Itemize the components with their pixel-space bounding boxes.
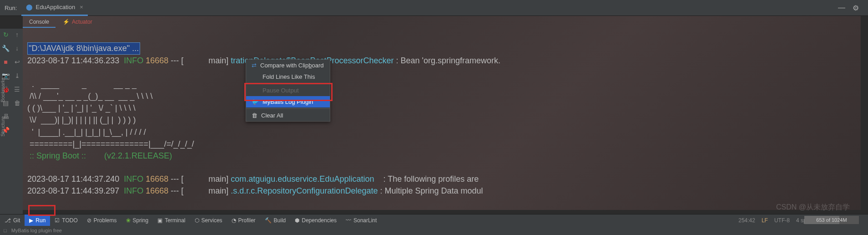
cursor-position: 254:42	[738, 217, 755, 224]
build-icon: 🔨	[265, 217, 272, 224]
app-icon: ⬤	[26, 4, 33, 10]
ctx-fold-lines[interactable]: Fold Lines Like This	[246, 71, 330, 82]
deps-icon: ⬢	[295, 217, 299, 224]
sidebar-structure[interactable]: Structure	[0, 116, 7, 137]
minimize-icon[interactable]: —	[838, 4, 845, 12]
sonar-icon: 〰	[346, 217, 351, 224]
rerun-icon[interactable]: ↻	[2, 31, 10, 38]
ctx-clear-all[interactable]: 🗑Clear All	[246, 110, 330, 121]
wrench-icon[interactable]: 🔧	[2, 45, 10, 52]
stop-icon[interactable]: ■	[2, 58, 10, 66]
mybatis-icon: 🐦	[252, 98, 259, 105]
gear-icon[interactable]: ⚙	[853, 4, 859, 12]
run-panel-label: Run:	[0, 5, 21, 11]
close-tab-icon[interactable]: ×	[80, 4, 83, 10]
status-message: MyBatis log plugin free	[11, 228, 62, 233]
tool-sonarlint[interactable]: 〰SonarLint	[341, 215, 381, 226]
tool-todo[interactable]: ☑TODO	[50, 215, 82, 226]
up-icon[interactable]: ↑	[14, 31, 21, 38]
file-encoding[interactable]: UTF-8	[774, 217, 790, 224]
tool-terminal[interactable]: ▣Terminal	[153, 215, 190, 226]
actuator-icon: ⚡	[63, 19, 70, 25]
ctx-separator	[246, 83, 330, 84]
scroll-end-icon[interactable]: ⤓	[14, 72, 21, 79]
spring-icon: ❀	[126, 217, 131, 224]
filter-icon[interactable]: ☰	[14, 86, 21, 93]
spring-boot-version: :: Spring Boot :: (v2.2.1.RELEASE)	[27, 151, 172, 160]
tool-dependencies[interactable]: ⬢Dependencies	[290, 215, 341, 226]
tool-git[interactable]: ⎇Git	[0, 215, 25, 226]
git-icon: ⎇	[5, 217, 11, 224]
line-separator[interactable]: LF	[762, 217, 768, 224]
ctx-pause-output[interactable]: Pause Output	[246, 85, 330, 96]
tool-profiler[interactable]: ◔Profiler	[227, 215, 260, 226]
soft-wrap-icon[interactable]: ↩	[14, 58, 21, 66]
context-menu: ⇄Compare with Clipboard Fold Lines Like …	[246, 59, 330, 122]
down-icon[interactable]: ↓	[14, 45, 21, 52]
tool-problems[interactable]: ⊘Problems	[82, 215, 121, 226]
trash-icon[interactable]: 🗑	[14, 99, 21, 107]
ctx-mybatis-log-plugin[interactable]: 🐦MyBatis Log Plugin	[246, 96, 330, 107]
memory-indicator[interactable]: 653 of 1024M	[804, 216, 859, 224]
trash-icon: 🗑	[252, 112, 257, 119]
spring-banner: . ____ _ __ _ _ /\\ / ___'_ __ _ _(_)_ _…	[27, 80, 194, 148]
services-icon: ⬡	[195, 217, 199, 224]
tool-services[interactable]: ⬡Services	[190, 215, 227, 226]
problems-icon: ⊘	[87, 217, 91, 224]
status-icon: □	[4, 228, 7, 233]
console-cmd-line: "D:\JAVA\jdk 8\bin\java.exe" ...	[27, 42, 140, 55]
terminal-icon: ▣	[157, 217, 162, 224]
tool-spring[interactable]: ❀Spring	[121, 215, 153, 226]
tool-run[interactable]: ▶Run	[25, 215, 50, 226]
tool-build[interactable]: 🔨Build	[260, 215, 291, 226]
diff-icon: ⇄	[252, 62, 257, 69]
tab-actuator[interactable]: ⚡Actuator	[56, 17, 99, 28]
ctx-compare-clipboard[interactable]: ⇄Compare with Clipboard	[246, 60, 330, 71]
todo-icon: ☑	[55, 217, 60, 224]
play-icon: ▶	[29, 217, 33, 224]
sidebar-bookmarks[interactable]: Bookmarks	[0, 77, 7, 102]
profiler-icon: ◔	[232, 217, 236, 224]
run-config-tab[interactable]: ⬤ EduApplication ×	[21, 0, 87, 16]
tab-console[interactable]: Console	[23, 17, 56, 28]
console-output[interactable]: "D:\JAVA\jdk 8\bin\java.exe" ... 2023-08…	[23, 29, 868, 214]
ctx-separator	[246, 108, 330, 109]
run-config-name: EduApplication	[35, 4, 75, 10]
